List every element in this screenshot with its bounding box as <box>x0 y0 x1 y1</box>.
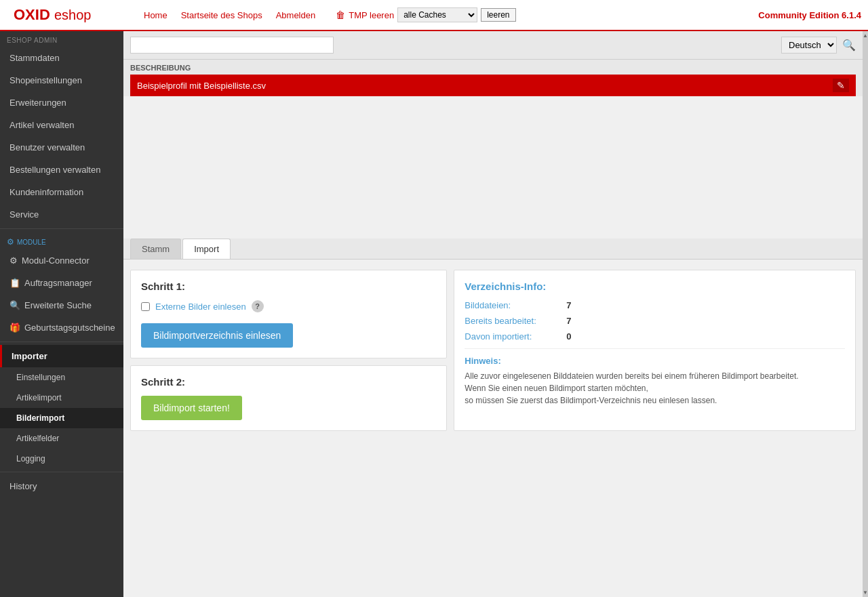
scroll-up-arrow[interactable]: ▲ <box>863 31 868 40</box>
edit-button[interactable]: ✎ <box>833 79 849 92</box>
steps-column: Schritt 1: Externe Bilder einlesen ? Bil… <box>130 270 447 431</box>
davon-label: Davon importiert: <box>465 331 559 342</box>
edition-label: Community Edition 6.1.4 <box>758 10 861 20</box>
profil-text: Beispielprofil mit Beispielliste.csv <box>137 81 266 91</box>
search-button[interactable]: 🔍 <box>842 39 856 52</box>
sidebar-sub-artikelimport[interactable]: Artikelimport <box>0 388 123 408</box>
scroll-track <box>863 40 868 588</box>
schritt2-box: Schritt 2: Bildimport starten! <box>130 365 447 431</box>
tmp-label[interactable]: TMP leeren <box>349 10 394 20</box>
sidebar-item-kundeninformation[interactable]: Kundeninformation <box>0 181 123 203</box>
hinweis-label: Hinweis: <box>465 356 845 366</box>
language-select[interactable]: Deutsch English <box>781 37 837 54</box>
lang-select-wrap: Deutsch English 🔍 <box>781 37 856 54</box>
verzeichnis-title: Verzeichnis-Info: <box>465 281 845 292</box>
sidebar-item-artikel[interactable]: Artikel verwalten <box>0 114 123 136</box>
leeren-button[interactable]: leeren <box>481 8 515 22</box>
sidebar-item-label: Kundeninformation <box>9 187 83 197</box>
module-icon: ⚙ <box>7 237 14 247</box>
content-scroll: Stamm Import Schritt 1: Externe Bilder e… <box>123 96 863 597</box>
sidebar-item-geburtstagsgutscheine[interactable]: 🎁 Geburtstagsgutscheine <box>0 316 123 339</box>
empty-space <box>123 96 863 232</box>
bereits-row: Bereits bearbeitet: 7 <box>465 316 845 326</box>
main-layout: ESHOP ADMIN Stammdaten Shopeinstellungen… <box>0 31 868 597</box>
nav-links: Home Startseite des Shops Abmelden 🗑 TMP… <box>130 7 758 22</box>
gear-icon: ⚙ <box>9 255 18 266</box>
module-label: ⚙ MODULE <box>0 232 123 249</box>
sidebar-item-label: Service <box>9 209 39 220</box>
sidebar-item-benutzer[interactable]: Benutzer verwalten <box>0 136 123 159</box>
importer-label: Importer <box>0 345 123 367</box>
schritt1-box: Schritt 1: Externe Bilder einlesen ? Bil… <box>130 270 447 358</box>
sidebar-item-stammdaten[interactable]: Stammdaten <box>0 47 123 69</box>
top-navigation: OXID eshop Home Startseite des Shops Abm… <box>0 0 868 31</box>
bilddateien-val: 7 <box>566 300 571 310</box>
startseite-link[interactable]: Startseite des Shops <box>181 10 262 20</box>
abmelden-link[interactable]: Abmelden <box>276 10 316 20</box>
clipboard-icon: 📋 <box>9 278 20 288</box>
davon-row: Davon importiert: 0 <box>465 331 845 342</box>
sidebar-sub-einstellungen[interactable]: Einstellungen <box>0 367 123 388</box>
outer-scrollbar[interactable]: ▲ ▼ <box>863 31 868 597</box>
sidebar-item-modul-connector[interactable]: ⚙ Modul-Connector <box>0 249 123 272</box>
tabs-bar: Stamm Import <box>123 239 863 260</box>
tab-import[interactable]: Import <box>182 239 231 259</box>
beschreibung-bar: Beispielprofil mit Beispielliste.csv ✎ <box>130 75 856 96</box>
sidebar-item-shopeinstellungen[interactable]: Shopeinstellungen <box>0 69 123 91</box>
sidebar: ESHOP ADMIN Stammdaten Shopeinstellungen… <box>0 31 123 597</box>
sidebar-item-erweiterte-suche[interactable]: 🔍 Erweiterte Suche <box>0 294 123 316</box>
sidebar-sub-bilderimport[interactable]: Bilderimport <box>0 408 123 428</box>
logo-text: OXID eshop <box>14 6 91 24</box>
sidebar-sub-artikelfelder[interactable]: Artikelfelder <box>0 428 123 449</box>
beschreibung-label: BESCHREIBUNG <box>130 64 856 72</box>
sidebar-item-erweiterungen[interactable]: Erweiterungen <box>0 91 123 114</box>
externe-bilder-checkbox[interactable] <box>141 302 150 311</box>
trash-icon: 🗑 <box>336 9 345 20</box>
home-link[interactable]: Home <box>144 10 167 20</box>
tmp-area: 🗑 TMP leeren alle Caches Datei-Cache Tem… <box>336 7 515 22</box>
sidebar-item-label: Shopeinstellungen <box>9 75 82 85</box>
bildimport-starten-button[interactable]: Bildimport starten! <box>141 396 242 420</box>
bereits-label: Bereits bearbeitet: <box>465 316 559 326</box>
sidebar-item-label: Artikel verwalten <box>9 120 74 130</box>
admin-label: ESHOP ADMIN <box>0 31 123 47</box>
content-top-bar: Deutsch English 🔍 <box>123 31 863 60</box>
content-area: Deutsch English 🔍 BESCHREIBUNG Beispielp… <box>123 31 863 597</box>
search-icon: 🔍 <box>9 300 20 310</box>
beschreibung-section: BESCHREIBUNG Beispielprofil mit Beispiel… <box>123 60 863 96</box>
sidebar-item-label: Erweiterungen <box>9 98 66 108</box>
sidebar-item-bestellungen[interactable]: Bestellungen verwalten <box>0 159 123 181</box>
sidebar-item-label: Stammdaten <box>9 53 60 63</box>
hinweis-text: Alle zuvor eingelesenen Bilddateien wurd… <box>465 370 845 407</box>
gift-icon: 🎁 <box>9 323 20 333</box>
cache-select[interactable]: alle Caches Datei-Cache Template-Cache <box>397 7 477 22</box>
two-col-layout: Schritt 1: Externe Bilder einlesen ? Bil… <box>130 270 856 431</box>
bereits-val: 7 <box>566 316 571 326</box>
externe-bilder-label: Externe Bilder einlesen <box>155 302 246 312</box>
davon-val: 0 <box>566 331 571 342</box>
sidebar-item-label: Bestellungen verwalten <box>9 165 100 175</box>
sidebar-item-service[interactable]: Service <box>0 203 123 226</box>
verzeichnis-info-box: Verzeichnis-Info: Bilddateien: 7 Bereits… <box>454 270 856 431</box>
search-input[interactable] <box>130 37 334 54</box>
main-panel: Schritt 1: Externe Bilder einlesen ? Bil… <box>123 260 863 441</box>
logo: OXID eshop <box>7 6 130 24</box>
scroll-down-arrow[interactable]: ▼ <box>863 588 868 597</box>
bildimportverzeichnis-button[interactable]: Bildimportverzeichnis einlesen <box>141 323 293 348</box>
schritt1-title: Schritt 1: <box>141 281 436 292</box>
tab-stamm[interactable]: Stamm <box>130 239 181 259</box>
sidebar-item-history[interactable]: History <box>0 475 123 497</box>
help-icon[interactable]: ? <box>252 300 264 312</box>
checkbox-row: Externe Bilder einlesen ? <box>141 300 436 312</box>
sidebar-item-auftragsmanager[interactable]: 📋 Auftragsmanager <box>0 272 123 294</box>
bilddateien-row: Bilddateien: 7 <box>465 300 845 310</box>
bilddateien-label: Bilddateien: <box>465 300 559 310</box>
schritt2-title: Schritt 2: <box>141 376 436 388</box>
sidebar-item-label: Benutzer verwalten <box>9 142 85 152</box>
sidebar-sub-logging[interactable]: Logging <box>0 449 123 469</box>
